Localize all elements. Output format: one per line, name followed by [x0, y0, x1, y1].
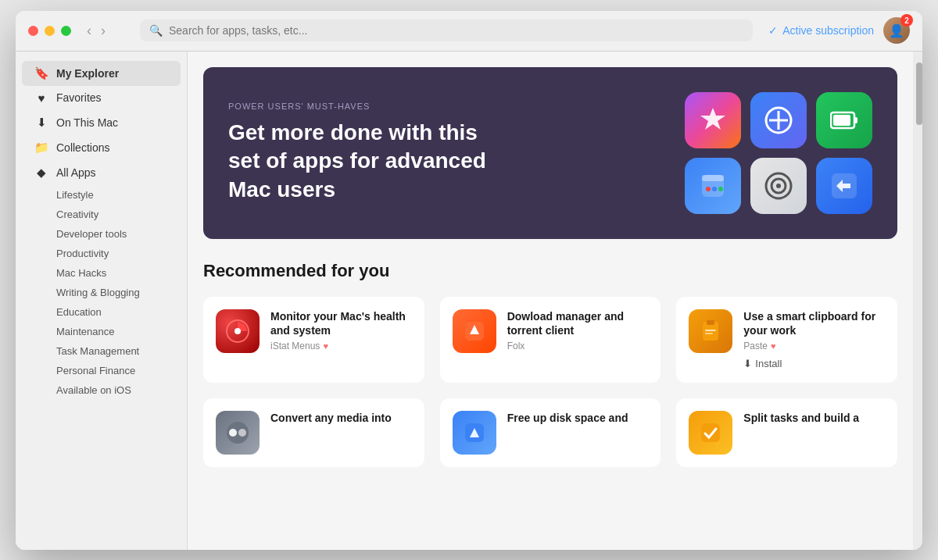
svg-rect-20 [705, 330, 716, 331]
app-icon-migrate[interactable] [816, 158, 872, 214]
notification-badge: 2 [900, 14, 913, 27]
scrollbar-thumb[interactable] [916, 62, 922, 125]
app-card-info-paste: Use a smart clipboard for your work Past… [743, 309, 885, 370]
app-icon-cleaner[interactable] [453, 411, 496, 455]
ios-label: Available on iOS [56, 384, 131, 396]
close-button[interactable] [28, 26, 38, 36]
app-icon-mindnode[interactable] [685, 92, 741, 148]
app-card-tasks: Split tasks and build a [676, 398, 897, 467]
app-subtitle-folx: Folx [507, 341, 649, 351]
sidebar-subitem-maintenance[interactable]: Maintenance [22, 322, 181, 341]
heart-icon-istat: ♥ [323, 341, 328, 351]
install-button-paste[interactable]: ⬇ Install [743, 358, 782, 369]
scroll-content: POWER USERS' MUST-HAVES Get more done wi… [188, 52, 913, 550]
app-icon-permute[interactable] [216, 411, 260, 455]
app-subtitle-istat: iStat Menus ♥ [270, 341, 412, 351]
minimize-button[interactable] [45, 26, 55, 36]
header-right: ✓ Active subscription 👤 2 [768, 17, 910, 44]
app-title-folx: Dowload manager and torrent client [507, 309, 649, 337]
svg-point-9 [712, 187, 717, 191]
maintenance-label: Maintenance [56, 326, 114, 337]
app-icon-moom[interactable] [750, 92, 807, 148]
hero-title: Get more done with this set of apps for … [228, 119, 494, 204]
app-card-info-folx: Dowload manager and torrent client Folx [507, 309, 649, 356]
app-card-info-istat: Monitor your Mac's health and system iSt… [270, 309, 412, 356]
hero-text: POWER USERS' MUST-HAVES Get more done wi… [228, 102, 494, 204]
sidebar-subitem-ios[interactable]: Available on iOS [22, 380, 181, 400]
download-icon: ⬇ [34, 116, 48, 130]
subscription-status: ✓ Active subscription [768, 24, 874, 37]
app-icon-istat[interactable] [216, 309, 260, 353]
app-icon-omnifocus[interactable] [750, 158, 807, 214]
sidebar-subitem-task-management[interactable]: Task Management [22, 341, 181, 361]
sidebar-subitem-developer-tools[interactable]: Developer tools [22, 224, 181, 244]
search-bar[interactable]: 🔍 [140, 20, 753, 41]
personal-finance-label: Personal Finance [56, 365, 135, 376]
sidebar-subitem-creativity[interactable]: Creativity [22, 205, 181, 224]
creativity-label: Creativity [56, 209, 98, 220]
lifestyle-label: Lifestyle [56, 189, 94, 201]
bookmark-icon: 🔖 [34, 66, 48, 80]
main-layout: 🔖 My Explorer ♥ Favorites ⬇ On This Mac … [16, 52, 922, 550]
app-card-info-permute: Convert any media into [270, 411, 412, 428]
sidebar-subitem-personal-finance[interactable]: Personal Finance [22, 361, 181, 380]
app-title-permute: Convert any media into [270, 411, 412, 425]
content-area: POWER USERS' MUST-HAVES Get more done wi… [188, 52, 922, 550]
task-management-label: Task Management [56, 345, 139, 357]
traffic-lights [28, 26, 71, 36]
app-icon-fantastical[interactable] [685, 158, 741, 214]
svg-point-24 [238, 429, 246, 437]
app-card-folx: Dowload manager and torrent client Folx [440, 297, 661, 383]
app-card-info-cleaner: Free up disk space and [507, 411, 649, 428]
svg-point-13 [776, 184, 781, 188]
sidebar-subitem-mac-hacks[interactable]: Mac Hacks [22, 263, 181, 283]
svg-rect-5 [833, 115, 850, 126]
heart-icon-paste: ♥ [771, 341, 776, 351]
svg-point-10 [718, 187, 723, 191]
check-icon: ✓ [768, 24, 778, 37]
app-card-permute: Convert any media into [203, 398, 424, 467]
search-icon: 🔍 [149, 24, 163, 37]
writing-label: Writing & Blogging [56, 287, 140, 298]
folder-icon: 📁 [34, 141, 48, 155]
svg-rect-21 [705, 333, 713, 334]
back-button[interactable]: ‹ [84, 21, 95, 41]
sidebar-item-my-explorer[interactable]: 🔖 My Explorer [22, 61, 181, 86]
hero-eyebrow: POWER USERS' MUST-HAVES [228, 102, 494, 111]
diamond-icon: ◆ [34, 166, 48, 180]
app-icon-folx[interactable] [453, 309, 496, 353]
sidebar-item-favorites[interactable]: ♥ Favorites [22, 86, 181, 110]
subscription-label: Active subscription [782, 24, 874, 37]
svg-rect-19 [707, 320, 714, 325]
section-title: Recommended for you [203, 261, 897, 281]
sidebar-item-on-this-mac[interactable]: ⬇ On This Mac [22, 110, 181, 135]
sidebar-my-explorer-label: My Explorer [56, 67, 119, 80]
app-window: ‹ › 🔍 ✓ Active subscription 👤 2 🔖 My Exp… [16, 11, 922, 550]
svg-point-8 [706, 187, 711, 191]
scrollbar[interactable] [913, 52, 922, 550]
app-card-cleaner: Free up disk space and [440, 398, 661, 467]
sidebar-item-collections[interactable]: 📁 Collections [22, 135, 181, 160]
app-icon-tasks[interactable] [689, 411, 732, 455]
sidebar-subitem-lifestyle[interactable]: Lifestyle [22, 185, 181, 205]
maximize-button[interactable] [61, 26, 71, 36]
sidebar-item-all-apps[interactable]: ◆ All Apps [22, 160, 181, 185]
bottom-cards: Convert any media into Free up disk spac… [203, 398, 897, 467]
hero-apps [685, 92, 872, 214]
app-title-tasks: Split tasks and build a [743, 411, 885, 425]
forward-button[interactable]: › [98, 21, 109, 41]
sidebar-subitem-productivity[interactable]: Productivity [22, 244, 181, 263]
avatar-container[interactable]: 👤 2 [883, 17, 910, 44]
sidebar-on-this-mac-label: On This Mac [56, 116, 118, 129]
search-input[interactable] [169, 24, 743, 37]
install-icon: ⬇ [743, 358, 752, 369]
app-icon-battery[interactable] [816, 92, 872, 148]
education-label: Education [56, 306, 102, 318]
sidebar-subitem-writing[interactable]: Writing & Blogging [22, 283, 181, 302]
app-icon-paste[interactable] [689, 309, 732, 353]
sidebar-subitem-education[interactable]: Education [22, 302, 181, 322]
sidebar: 🔖 My Explorer ♥ Favorites ⬇ On This Mac … [16, 52, 188, 550]
hero-banner: POWER USERS' MUST-HAVES Get more done wi… [203, 67, 897, 239]
app-card-info-tasks: Split tasks and build a [743, 411, 885, 428]
app-card-paste: Use a smart clipboard for your work Past… [676, 297, 897, 383]
